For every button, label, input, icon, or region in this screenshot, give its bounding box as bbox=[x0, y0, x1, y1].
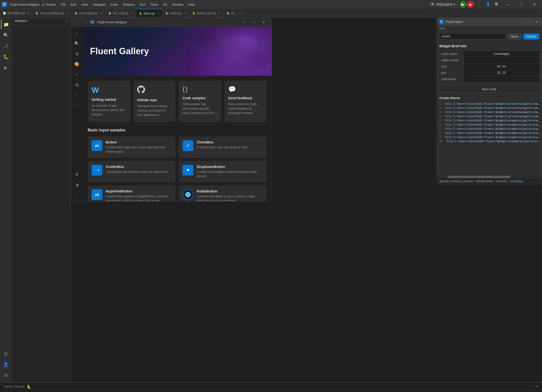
widget-dropdown[interactable]: ▼ DropDownButton A button that displays … bbox=[179, 161, 267, 182]
card-github-repo[interactable]: GitHub repo The latest fluent design con… bbox=[133, 81, 176, 122]
menu-file[interactable]: File bbox=[59, 2, 68, 7]
card-send-feedback[interactable]: 💬 Send feedback Help us improve PyQt-Flu… bbox=[224, 81, 267, 122]
nav-forward-button[interactable]: → bbox=[82, 20, 89, 25]
tab-readme-close[interactable]: ✕ bbox=[27, 12, 29, 14]
activity-explorer[interactable]: 📁 bbox=[1, 20, 11, 29]
menu-git[interactable]: Git bbox=[161, 2, 169, 7]
widget-radio[interactable]: RadioButton A control that allows a user… bbox=[179, 185, 267, 201]
activity-extensions[interactable]: ⊞ bbox=[1, 349, 11, 359]
fluent-nav-theme[interactable]: ◑ bbox=[72, 180, 81, 189]
menu-run[interactable]: Run bbox=[138, 2, 148, 7]
run-button[interactable]: ▶ bbox=[460, 1, 466, 8]
menu-code[interactable]: Code bbox=[108, 2, 120, 7]
minimize-button[interactable]: — bbox=[502, 0, 514, 9]
tab-link-close[interactable]: ✕ bbox=[131, 12, 133, 14]
stack-item-4[interactable]: 4. File C:\Users\Jeza\PyQt-Fluent-Widget… bbox=[439, 114, 539, 118]
inspect-more-button[interactable]: More bbox=[437, 26, 542, 31]
nav-back-button[interactable]: ← bbox=[74, 20, 80, 25]
stop-button[interactable]: ■ bbox=[467, 1, 474, 8]
more-options-button[interactable]: ⋮ bbox=[476, 1, 483, 8]
activity-run[interactable]: ▶ bbox=[1, 63, 11, 73]
menu-help[interactable]: Help bbox=[186, 2, 197, 7]
tab-icon-close[interactable]: ✕ bbox=[100, 12, 102, 14]
tab-icon-widget[interactable]: 🐍 icon-widget.py ✕ bbox=[72, 9, 106, 18]
widget-button[interactable]: ab Button A control that responds to use… bbox=[88, 136, 176, 158]
tab-an-close[interactable]: ✕ bbox=[239, 12, 241, 14]
branch-label[interactable]: master bbox=[46, 3, 56, 6]
serve-button[interactable]: Serve bbox=[507, 34, 521, 39]
menu-edit[interactable]: Edit bbox=[69, 2, 78, 7]
activity-debug[interactable]: 🐛 bbox=[1, 52, 11, 62]
stack-item-8[interactable]: 8. File C:\Users\Jeza\PyQt-Fluent-Widget… bbox=[439, 131, 539, 135]
fluent-close-button[interactable]: ✕ bbox=[259, 19, 269, 26]
maximize-button[interactable]: □ bbox=[516, 0, 527, 9]
fluent-minimize-button[interactable]: — bbox=[239, 19, 249, 26]
sidebar-project-expand[interactable]: ▾ bbox=[66, 20, 67, 23]
terminal-dots[interactable]: ⋯ bbox=[529, 385, 532, 388]
port-input[interactable] bbox=[439, 33, 505, 39]
tab-button[interactable]: 🐍 button.py ✕ bbox=[162, 9, 189, 18]
terminal-close[interactable]: ✕ bbox=[536, 385, 538, 388]
menu-navigate[interactable]: Navigate bbox=[91, 2, 107, 7]
sidebar-content bbox=[12, 25, 70, 382]
breadcrumb-linkcard[interactable]: LinkCard bbox=[496, 180, 507, 183]
inspect-minimize-button[interactable]: — bbox=[519, 20, 525, 24]
fluent-nav-components[interactable]: ⊞ bbox=[72, 49, 81, 58]
tab-link-card[interactable]: 🐍 link_card.py ✕ bbox=[106, 9, 136, 18]
stack-item-7[interactable]: 7. File C:\Users\Jeza\PyQt-Fluent-Widget… bbox=[439, 127, 539, 131]
widget-combobox[interactable]: —▼ ComboBox A drop-down list of items a … bbox=[88, 161, 176, 182]
tab-overflow[interactable]: ⋮ bbox=[535, 11, 542, 15]
menu-tools[interactable]: Tools bbox=[149, 2, 160, 7]
fluent-nav-more[interactable]: ⋯ bbox=[72, 101, 81, 110]
pyqtinspect-button[interactable]: 🔍 PyQtInspect ▾ bbox=[429, 2, 458, 7]
fluent-nav-check[interactable]: ✓ bbox=[72, 70, 81, 79]
activity-account[interactable]: 👤 bbox=[1, 360, 11, 369]
fluent-nav-home[interactable]: ⌂ bbox=[72, 29, 81, 38]
account-button[interactable]: 👤 bbox=[485, 1, 491, 8]
fluent-nav-settings-gear[interactable]: ⚙ bbox=[72, 170, 81, 179]
project-label[interactable]: PyQt-Fluent-Widgets bbox=[10, 3, 40, 6]
menu-view[interactable]: View bbox=[79, 2, 90, 7]
fluent-maximize-button[interactable]: □ bbox=[249, 19, 259, 26]
fluent-nav-scroll[interactable]: ↕ bbox=[72, 90, 81, 99]
inspect-maximize-button[interactable]: □ bbox=[527, 20, 532, 24]
tab-combo-close[interactable]: ✕ bbox=[218, 12, 220, 14]
widget-hyperlink[interactable]: ab HyperlinkButton A button that appears… bbox=[88, 185, 176, 201]
card-getting-started[interactable]: W Getting started An overview of app dev… bbox=[88, 81, 130, 122]
tab-demo[interactable]: 🐍 demo.py ✕ bbox=[136, 9, 162, 18]
activity-settings[interactable]: ⚙ bbox=[1, 370, 11, 380]
menu-window[interactable]: Window bbox=[170, 2, 185, 7]
breadcrumb-iconwidget[interactable]: IconWidget bbox=[510, 180, 523, 183]
card-code-samples[interactable]: { } Code samples Find samples that demon… bbox=[179, 81, 221, 122]
fluent-nav-style[interactable]: 🎨 bbox=[72, 60, 81, 68]
stack-item-2[interactable]: 2. File C:\Users\Jeza\PyQt-Fluent-Widget… bbox=[439, 106, 539, 110]
widget-checkbox[interactable]: ✓ CheckBox A control that a user can sel… bbox=[179, 136, 267, 158]
tab-an[interactable]: 🐍 an... ✕ bbox=[224, 9, 244, 18]
tab-button-close[interactable]: ✕ bbox=[184, 12, 186, 14]
breadcrumb-scrollarea[interactable]: dget#qt_scrollarea_viewport bbox=[439, 180, 473, 183]
menu-refactor[interactable]: Refactor bbox=[121, 2, 137, 7]
close-button[interactable]: ✕ bbox=[529, 0, 540, 9]
tab-combo-box[interactable]: 🐍 combo_box.py ✕ bbox=[189, 9, 224, 18]
stack-item-1[interactable]: 1. File C:\Users\Jeza\PyQt-Fluent-Widget… bbox=[439, 102, 539, 106]
stack-item-10[interactable]: 10. File C:\Users\Jeza\PyQt-Fluent-Widge… bbox=[439, 139, 539, 143]
run-code-button[interactable]: Run Code bbox=[439, 86, 539, 93]
stack-item-3[interactable]: 3. File C:\Users\Jeza\PyQt-Fluent-Widget… bbox=[439, 110, 539, 114]
stack-item-5[interactable]: 5. File C:\Users\Jeza\PyQt-Fluent-Widget… bbox=[439, 118, 539, 123]
tab-readme[interactable]: 📄 README.md ✕ bbox=[0, 9, 32, 18]
activity-git[interactable]: ⎇ bbox=[1, 41, 11, 51]
activity-search[interactable]: 🔍 bbox=[1, 30, 11, 40]
stack-item-9[interactable]: 9. File C:\Users\Jeza\PyQt-Fluent-Widget… bbox=[439, 135, 539, 139]
tab-demo-close[interactable]: ✕ bbox=[157, 12, 159, 15]
fluent-nav-dots[interactable]: ⋮ bbox=[72, 190, 81, 199]
breadcrumb-qwidget[interactable]: QWidget#view bbox=[476, 180, 493, 183]
inspect-button[interactable]: Inspect bbox=[523, 34, 539, 39]
tab-home-close[interactable]: ✕ bbox=[66, 12, 68, 14]
search-button[interactable]: 🔍 bbox=[493, 1, 500, 8]
inspect-horizontal-scrollbar[interactable] bbox=[437, 176, 542, 178]
fluent-nav-layout[interactable]: ▤ bbox=[72, 80, 81, 89]
tab-home-interface[interactable]: 🐍 home_interface.py ✕ bbox=[32, 9, 72, 18]
fluent-nav-search[interactable]: 🔍 bbox=[72, 39, 81, 48]
inspect-close-button[interactable]: ✕ bbox=[534, 20, 539, 24]
stack-item-6[interactable]: 6. File C:\Users\Jeza\PyQt-Fluent-Widget… bbox=[439, 123, 539, 127]
